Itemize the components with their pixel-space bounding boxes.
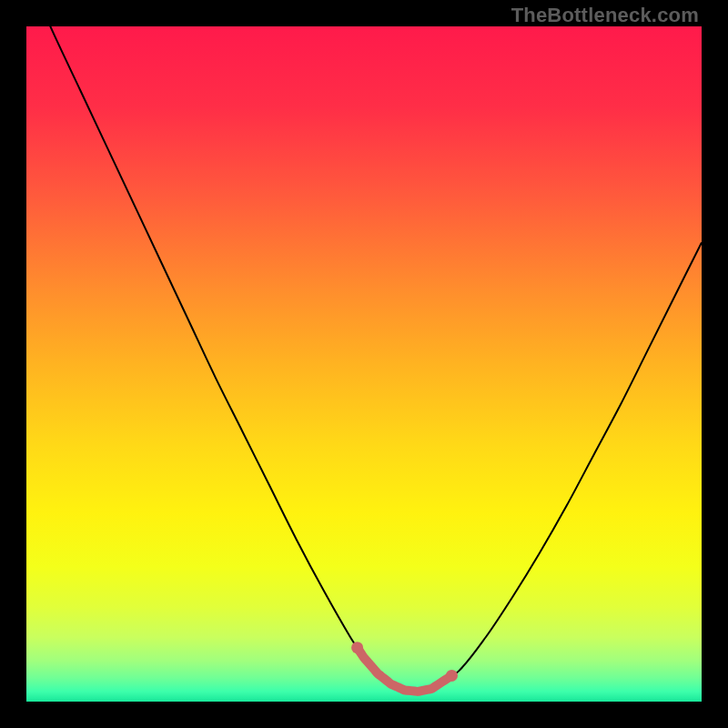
plot-area: [26, 26, 702, 702]
bottleneck-curve: [26, 26, 702, 702]
curve-path: [26, 26, 702, 692]
svg-point-1: [351, 642, 363, 653]
optimal-region-path: [358, 648, 452, 692]
chart-container: TheBottleneck.com: [0, 0, 728, 728]
svg-point-2: [446, 670, 458, 682]
watermark-text: TheBottleneck.com: [511, 4, 699, 27]
